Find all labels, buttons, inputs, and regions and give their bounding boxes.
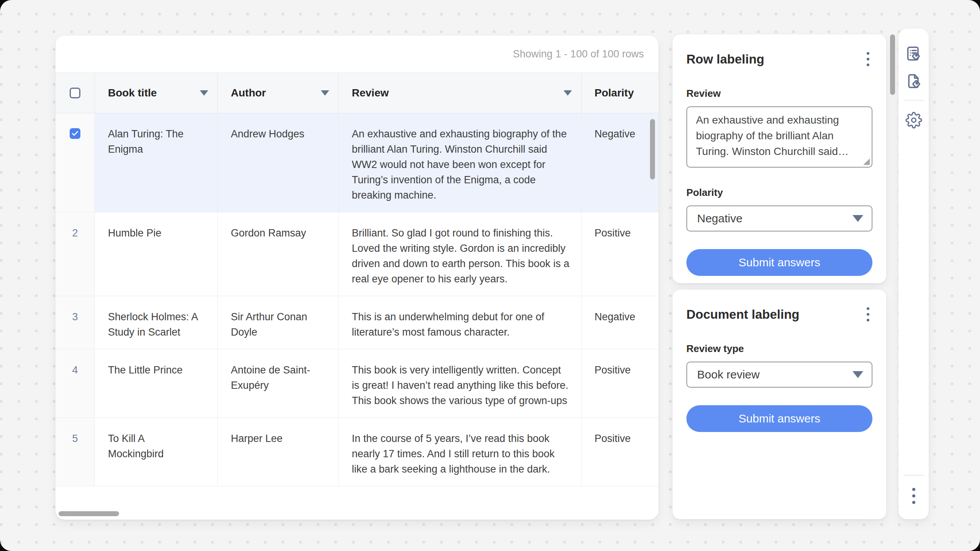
cell-author: Harper Lee bbox=[218, 418, 339, 486]
sort-caret-icon bbox=[321, 90, 329, 96]
polarity-select[interactable]: Negative bbox=[686, 205, 872, 231]
cell-review: This book is very intelligently written.… bbox=[339, 349, 581, 418]
row-select-cell bbox=[56, 113, 95, 212]
row-labeling-tool-icon[interactable] bbox=[905, 45, 923, 62]
data-table-card: Showing 1 - 100 of 100 rows Book title A… bbox=[56, 36, 658, 520]
cell-review: This is an underwhelming debut for one o… bbox=[339, 296, 581, 349]
cell-book-title: Humble Pie bbox=[95, 212, 218, 296]
document-labeling-title: Document labeling bbox=[686, 307, 799, 322]
select-all-cell bbox=[56, 73, 95, 113]
row-labeling-card: Row labeling Review An exhaustive and ex… bbox=[673, 34, 886, 283]
row-number: 5 bbox=[56, 418, 95, 486]
app-background: Showing 1 - 100 of 100 rows Book title A… bbox=[0, 0, 980, 551]
table-row[interactable]: 2 Humble Pie Gordon Ramsay Brilliant. So… bbox=[56, 212, 658, 296]
cell-polarity: Positive bbox=[581, 349, 658, 418]
review-field-label: Review bbox=[686, 88, 872, 99]
cell-book-title: To Kill A Mockingbird bbox=[95, 418, 218, 486]
cell-book-title: The Little Prince bbox=[95, 349, 218, 418]
review-type-field-label: Review type bbox=[686, 343, 872, 355]
row-number: 2 bbox=[56, 212, 95, 296]
column-header-label: Author bbox=[231, 87, 266, 99]
row-submit-answers-button[interactable]: Submit answers bbox=[686, 249, 872, 276]
toolbar-divider bbox=[904, 475, 924, 476]
cell-author: Antoine de Saint-Exupéry bbox=[218, 349, 339, 418]
cell-polarity: Positive bbox=[581, 212, 658, 296]
cell-review: Brilliant. So glad I got round to finish… bbox=[339, 212, 581, 296]
document-labeling-card: Document labeling Review type Book revie… bbox=[673, 290, 886, 519]
cell-book-title: Alan Turing: The Enigma bbox=[95, 113, 218, 212]
select-all-checkbox[interactable] bbox=[70, 88, 80, 98]
table-vertical-scrollbar[interactable] bbox=[650, 119, 655, 179]
settings-gear-icon[interactable] bbox=[905, 111, 923, 129]
cell-book-title: Sherlock Holmes: A Study in Scarlet bbox=[95, 296, 218, 349]
column-header-book-title[interactable]: Book title bbox=[95, 73, 218, 113]
toolbar-more-button[interactable] bbox=[910, 486, 918, 506]
column-header-author[interactable]: Author bbox=[218, 73, 339, 113]
row-checkbox[interactable] bbox=[70, 128, 80, 139]
document-submit-answers-button[interactable]: Submit answers bbox=[686, 405, 872, 432]
table-row[interactable]: 5 To Kill A Mockingbird Harper Lee In th… bbox=[56, 418, 658, 486]
cell-author: Gordon Ramsay bbox=[218, 212, 339, 296]
cell-author: Andrew Hodges bbox=[218, 113, 339, 212]
review-type-select[interactable]: Book review bbox=[686, 362, 872, 388]
table-row[interactable]: 4 The Little Prince Antoine de Saint-Exu… bbox=[56, 349, 658, 418]
cell-polarity: Positive bbox=[581, 418, 658, 486]
right-toolbar bbox=[898, 29, 929, 519]
table-horizontal-scrollbar[interactable] bbox=[59, 511, 119, 516]
rows-count-status: Showing 1 - 100 of 100 rows bbox=[513, 48, 644, 60]
table-row[interactable]: 3 Sherlock Holmes: A Study in Scarlet Si… bbox=[56, 296, 658, 349]
column-header-review[interactable]: Review bbox=[339, 73, 581, 113]
cell-polarity: Negative bbox=[581, 113, 658, 212]
column-header-polarity[interactable]: Polarity bbox=[581, 73, 658, 113]
check-icon bbox=[71, 130, 79, 137]
row-number: 3 bbox=[56, 296, 95, 349]
column-header-label: Polarity bbox=[595, 87, 634, 99]
polarity-field-label: Polarity bbox=[686, 187, 872, 199]
cell-review: In the course of 5 years, I’ve read this… bbox=[339, 418, 581, 486]
cell-polarity: Negative bbox=[581, 296, 658, 349]
table-toolbar: Showing 1 - 100 of 100 rows bbox=[56, 36, 658, 73]
panel-vertical-scrollbar[interactable] bbox=[890, 34, 895, 95]
document-labeling-menu-button[interactable] bbox=[864, 305, 872, 324]
sort-caret-icon bbox=[200, 90, 208, 96]
column-header-label: Review bbox=[352, 87, 389, 99]
row-number: 4 bbox=[56, 349, 95, 418]
polarity-select-value: Negative bbox=[697, 212, 742, 225]
document-labeling-tool-icon[interactable] bbox=[905, 72, 923, 90]
row-labeling-title: Row labeling bbox=[686, 52, 764, 67]
cell-review: An exhaustive and exhausting biography o… bbox=[339, 113, 581, 212]
review-type-select-value: Book review bbox=[697, 368, 760, 381]
row-labeling-menu-button[interactable] bbox=[864, 50, 872, 68]
column-header-label: Book title bbox=[108, 87, 157, 99]
review-textarea[interactable]: An exhaustive and exhausting biography o… bbox=[686, 106, 872, 168]
table-header-row: Book title Author Review Polarity bbox=[56, 73, 658, 113]
sort-caret-icon bbox=[564, 90, 572, 96]
chevron-down-icon bbox=[853, 371, 863, 378]
toolbar-divider bbox=[904, 100, 924, 101]
chevron-down-icon bbox=[853, 215, 863, 222]
cell-author: Sir Arthur Conan Doyle bbox=[218, 296, 339, 349]
table-row[interactable]: Alan Turing: The Enigma Andrew Hodges An… bbox=[56, 113, 658, 212]
